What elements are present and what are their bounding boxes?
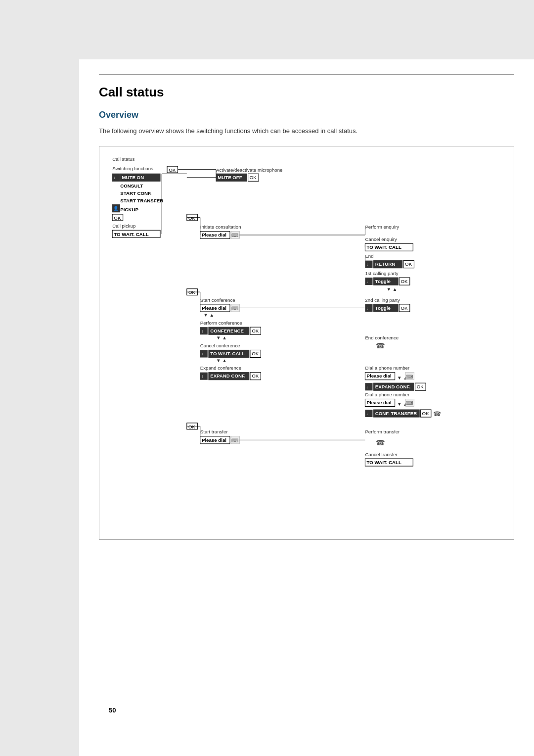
svg-text:Initiate consultation: Initiate consultation — [200, 224, 241, 230]
page-container: Call status Overview The following overv… — [0, 0, 534, 756]
svg-text:▼ ▲: ▼ ▲ — [216, 334, 227, 340]
svg-text:OK: OK — [252, 328, 259, 333]
svg-text:RETURN: RETURN — [375, 261, 395, 267]
svg-text:OK: OK — [114, 215, 121, 220]
svg-text:Call pickup: Call pickup — [112, 223, 135, 228]
svg-text:TO WAIT. CALL: TO WAIT. CALL — [367, 244, 401, 249]
svg-text:Switching functions: Switching functions — [112, 165, 153, 171]
svg-text:Please dial: Please dial — [202, 232, 226, 237]
svg-text:OK: OK — [417, 383, 424, 389]
svg-text:MUTE ON: MUTE ON — [122, 174, 144, 180]
svg-text:Perform conference: Perform conference — [200, 320, 242, 325]
svg-text:Dial a phone number: Dial a phone number — [365, 392, 410, 397]
svg-text:⌨: ⌨ — [231, 305, 238, 311]
svg-text:⌨: ⌨ — [231, 437, 238, 443]
svg-text:☎: ☎ — [376, 438, 385, 447]
svg-text:OK: OK — [422, 410, 430, 416]
svg-text:EXPAND CONF.: EXPAND CONF. — [210, 373, 246, 378]
svg-text:OK: OK — [250, 174, 257, 180]
svg-text:OK: OK — [169, 167, 176, 172]
svg-text:OK: OK — [188, 215, 196, 220]
diagram-container: Call status Switching functions OK ↓ MUT… — [99, 146, 514, 540]
svg-text:Cancel enquiry: Cancel enquiry — [365, 236, 397, 241]
svg-text:Dial a phone number: Dial a phone number — [365, 365, 410, 371]
svg-text:Please dial: Please dial — [202, 437, 226, 442]
intro-text: The following overview shows the switchi… — [99, 126, 514, 136]
svg-text:EXPAND CONF.: EXPAND CONF. — [375, 383, 411, 389]
svg-text:↓: ↓ — [366, 262, 368, 267]
svg-text:↓: ↓ — [366, 279, 368, 284]
bottom-left-gray — [0, 697, 79, 756]
svg-text:MUTE OFF: MUTE OFF — [218, 174, 242, 180]
svg-text:CONFERENCE: CONFERENCE — [210, 328, 244, 333]
svg-text:TO WAIT. CALL: TO WAIT. CALL — [367, 459, 401, 465]
svg-text:↓: ↓ — [366, 305, 368, 310]
svg-text:Cancel transfer: Cancel transfer — [365, 451, 398, 457]
svg-text:OK: OK — [188, 289, 196, 295]
page-number: 50 — [109, 707, 534, 714]
bottom-section: 50 — [0, 697, 534, 756]
svg-text:Perform transfer: Perform transfer — [365, 429, 400, 434]
svg-text:⌨: ⌨ — [406, 400, 413, 406]
top-gray-bar — [0, 0, 534, 59]
svg-text:Please dial: Please dial — [367, 400, 392, 405]
diagram-svg: Call status Switching functions OK ↓ MUT… — [104, 151, 509, 535]
bottom-right: 50 — [79, 697, 534, 756]
svg-text:↓: ↓ — [366, 384, 368, 389]
svg-text:Please dial: Please dial — [202, 305, 226, 310]
svg-text:Toggle: Toggle — [375, 278, 391, 284]
svg-text:OK: OK — [188, 424, 196, 429]
svg-text:2nd calling party: 2nd calling party — [365, 297, 400, 302]
svg-text:End: End — [365, 253, 373, 259]
svg-text:Expand conference: Expand conference — [200, 365, 241, 371]
svg-text:⌨: ⌨ — [231, 233, 238, 238]
svg-text:OK: OK — [252, 373, 259, 378]
svg-text:Perform enquiry: Perform enquiry — [365, 224, 399, 230]
svg-text:Start conference: Start conference — [200, 297, 235, 302]
svg-text:Toggle: Toggle — [375, 305, 391, 310]
svg-text:End conference: End conference — [365, 334, 399, 340]
svg-text:↓: ↓ — [366, 411, 368, 416]
svg-text:TO WAIT. CALL: TO WAIT. CALL — [210, 351, 245, 356]
svg-text:Call status: Call status — [112, 156, 134, 162]
page-title: Call status — [99, 85, 514, 100]
svg-text:START TRANSFER: START TRANSFER — [120, 198, 163, 203]
svg-text:↓: ↓ — [201, 328, 203, 333]
svg-text:OK: OK — [401, 305, 408, 310]
svg-text:START CONF.: START CONF. — [120, 190, 152, 196]
svg-text:Please dial: Please dial — [367, 373, 392, 378]
svg-text:Start transfer: Start transfer — [200, 429, 228, 434]
svg-text:OK: OK — [401, 278, 408, 284]
svg-text:↓: ↓ — [113, 175, 115, 180]
top-border — [99, 74, 514, 75]
svg-text:☎: ☎ — [376, 341, 385, 350]
section-title: Overview — [99, 110, 514, 120]
svg-text:▼ ▲: ▼ ▲ — [216, 358, 227, 363]
svg-text:1st calling party: 1st calling party — [365, 270, 398, 276]
svg-text:▼ ▲: ▼ ▲ — [203, 312, 214, 317]
main-content: Call status Overview The following overv… — [79, 59, 534, 697]
svg-text:▼ ▲: ▼ ▲ — [386, 286, 397, 291]
svg-text:TO WAIT. CALL: TO WAIT. CALL — [114, 232, 148, 237]
svg-text:PICKUP: PICKUP — [120, 206, 138, 212]
svg-text:↓: ↓ — [201, 351, 203, 356]
svg-text:👤: 👤 — [113, 206, 119, 211]
content-area: Call status Overview The following overv… — [0, 59, 534, 697]
svg-text:CONF. TRANSFER: CONF. TRANSFER — [375, 410, 417, 416]
svg-text:OK: OK — [405, 261, 412, 267]
svg-text:Activate/deactivate microphone: Activate/deactivate microphone — [216, 167, 282, 172]
left-sidebar — [0, 59, 79, 697]
svg-text:CONSULT: CONSULT — [120, 183, 143, 189]
svg-text:OK: OK — [252, 351, 259, 356]
svg-text:⌨: ⌨ — [406, 374, 413, 379]
svg-text:Cancel conference: Cancel conference — [200, 343, 240, 348]
svg-text:↓: ↓ — [201, 374, 203, 378]
svg-text:☎: ☎ — [433, 410, 441, 417]
